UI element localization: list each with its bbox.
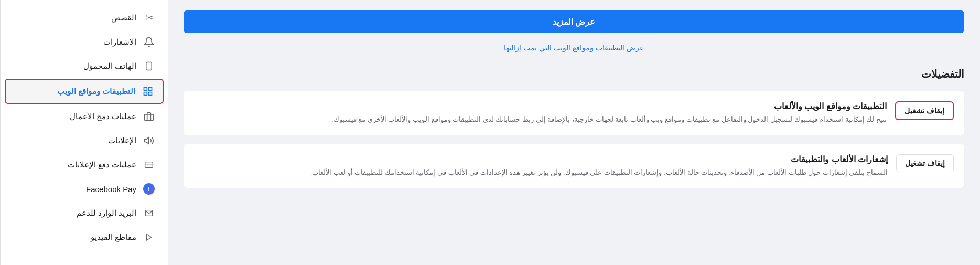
video-icon [143, 231, 155, 243]
sidebar-item-label-mobile: الهاتف المحمول [13, 61, 136, 71]
svg-rect-5 [144, 92, 147, 96]
bell-icon [143, 36, 155, 48]
sidebar-item-business[interactable]: عمليات دمج الأعمال [5, 105, 164, 128]
svg-marker-7 [145, 137, 149, 144]
sidebar-item-notifications[interactable]: الإشعارات [5, 30, 164, 54]
preference-item-game-notifications: إيقاف تشغيل إشعارات الألعاب والتطبيقات ا… [184, 144, 964, 188]
sidebar-item-mobile[interactable]: الهاتف المحمول [5, 55, 164, 78]
briefcase-icon [143, 110, 155, 123]
sidebar-item-label-facebook-pay: Facebook Pay [13, 185, 136, 194]
meta-logo: Meta [1, 250, 168, 265]
sidebar-item-facebook-pay[interactable]: f Facebook Pay [5, 177, 164, 200]
sidebar: ✂ القصص الإشعارات الهاتف المحمول [0, 0, 168, 265]
removed-apps-section: عرض التطبيقات ومواقع الويب التي تمت إزال… [184, 44, 964, 52]
scissors-icon: ✂ [143, 12, 155, 24]
sidebar-item-label-notifications: الإشعارات [13, 37, 136, 47]
svg-rect-2 [144, 88, 147, 91]
sidebar-item-ad-payments[interactable]: عمليات دفع الإعلانات [5, 153, 164, 176]
show-more-button[interactable]: عرض المزيد [184, 10, 964, 33]
grid-icon [142, 85, 154, 98]
preferences-title: التفضيلات [184, 68, 964, 80]
preference-item-content-1: التطبيقات ومواقع الويب والألعاب تتيح لك … [194, 101, 887, 125]
preference-item-desc-2: السماح بتلقي إشعارات حول طلبات الألعاب م… [194, 167, 888, 178]
sidebar-item-label-videos: مقاطع الفيديو [13, 232, 136, 242]
svg-rect-3 [149, 88, 152, 91]
stop-game-notifications-button[interactable]: إيقاف تشغيل [896, 154, 954, 172]
sidebar-item-inbox[interactable]: البريد الوارد للدعم [5, 202, 164, 225]
sidebar-item-stories[interactable]: ✂ القصص [5, 6, 164, 29]
preference-item-content-2: إشعارات الألعاب والتطبيقات السماح بتلقي … [194, 154, 888, 178]
preference-item-apps-websites: إيقاف تشغيل التطبيقات ومواقع الويب والأل… [184, 91, 964, 135]
preference-items-list: إيقاف تشغيل التطبيقات ومواقع الويب والأل… [184, 91, 964, 188]
preference-item-title-1: التطبيقات ومواقع الويب والألعاب [194, 101, 887, 111]
phone-icon [143, 60, 155, 72]
main-content: عرض المزيد عرض التطبيقات ومواقع الويب ال… [168, 0, 980, 265]
sidebar-item-apps-websites[interactable]: التطبيقات ومواقع الويب [5, 79, 164, 104]
preference-item-title-2: إشعارات الألعاب والتطبيقات [194, 154, 888, 164]
sidebar-item-label-stories: القصص [13, 13, 136, 23]
sidebar-item-videos[interactable]: مقاطع الفيديو [5, 226, 164, 249]
removed-apps-link[interactable]: عرض التطبيقات ومواقع الويب التي تمت إزال… [504, 44, 644, 52]
sidebar-item-label-ad-payments: عمليات دفع الإعلانات [13, 160, 136, 169]
facebook-pay-icon: f [143, 183, 155, 195]
mail-icon [143, 207, 155, 219]
sidebar-item-ads[interactable]: الإعلانات [5, 129, 164, 152]
sidebar-item-label-apps-websites: التطبيقات ومواقع الويب [14, 87, 135, 96]
preference-item-desc-1: تتيح لك إمكانية استخدام فيسبوك لتسجيل ال… [194, 114, 887, 125]
sidebar-item-label-inbox: البريد الوارد للدعم [13, 208, 136, 218]
megaphone-icon [143, 134, 155, 147]
sidebar-item-label-business: عمليات دمج الأعمال [13, 112, 136, 121]
page-wrapper: عرض المزيد عرض التطبيقات ومواقع الويب ال… [0, 0, 980, 265]
svg-rect-8 [145, 162, 153, 168]
stop-apps-websites-button[interactable]: إيقاف تشغيل [895, 101, 954, 120]
svg-rect-4 [149, 92, 152, 96]
sidebar-item-label-ads: الإعلانات [13, 136, 136, 145]
svg-rect-6 [145, 114, 154, 121]
svg-marker-10 [146, 234, 151, 240]
card-icon [143, 158, 155, 171]
